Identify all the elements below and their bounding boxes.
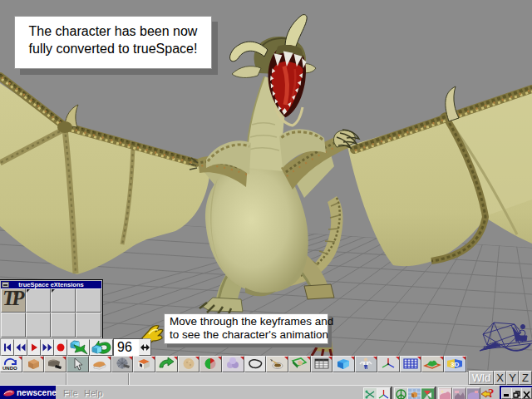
svg-text:?: ? [488, 387, 495, 399]
svg-text:UNDO: UNDO [2, 366, 17, 371]
svg-text:3D: 3D [451, 361, 459, 368]
